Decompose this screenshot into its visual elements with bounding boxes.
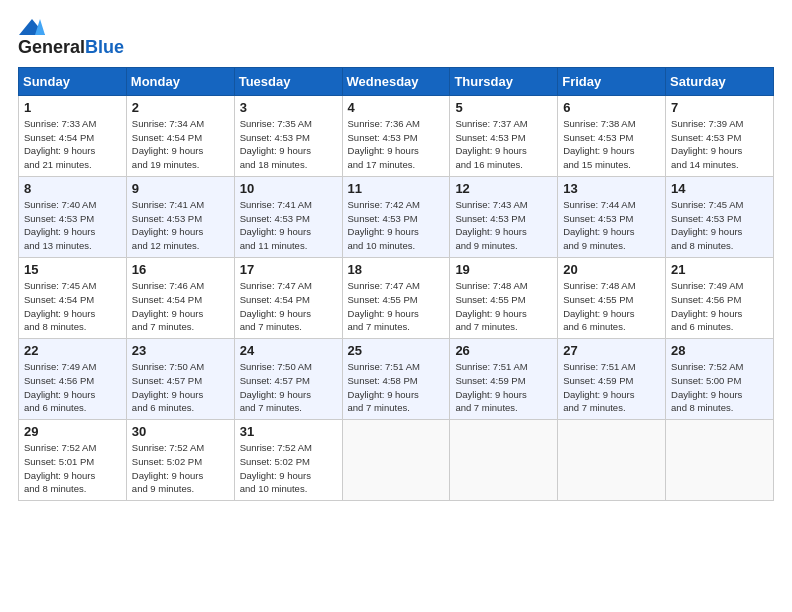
- day-cell-16: 16 Sunrise: 7:46 AM Sunset: 4:54 PM Dayl…: [126, 258, 234, 339]
- col-wednesday: Wednesday: [342, 67, 450, 95]
- day-number: 22: [24, 343, 121, 358]
- day-number: 6: [563, 100, 660, 115]
- day-info: Sunrise: 7:33 AM Sunset: 4:54 PM Dayligh…: [24, 117, 121, 172]
- col-tuesday: Tuesday: [234, 67, 342, 95]
- day-number: 3: [240, 100, 337, 115]
- col-friday: Friday: [558, 67, 666, 95]
- day-cell-20: 20 Sunrise: 7:48 AM Sunset: 4:55 PM Dayl…: [558, 258, 666, 339]
- day-number: 2: [132, 100, 229, 115]
- logo-text: GeneralBlue: [18, 38, 124, 57]
- day-info: Sunrise: 7:48 AM Sunset: 4:55 PM Dayligh…: [563, 279, 660, 334]
- day-number: 13: [563, 181, 660, 196]
- day-info: Sunrise: 7:48 AM Sunset: 4:55 PM Dayligh…: [455, 279, 552, 334]
- day-number: 20: [563, 262, 660, 277]
- day-cell-21: 21 Sunrise: 7:49 AM Sunset: 4:56 PM Dayl…: [666, 258, 774, 339]
- day-info: Sunrise: 7:52 AM Sunset: 5:02 PM Dayligh…: [240, 441, 337, 496]
- day-info: Sunrise: 7:50 AM Sunset: 4:57 PM Dayligh…: [240, 360, 337, 415]
- day-info: Sunrise: 7:46 AM Sunset: 4:54 PM Dayligh…: [132, 279, 229, 334]
- day-number: 1: [24, 100, 121, 115]
- calendar-row-3: 15 Sunrise: 7:45 AM Sunset: 4:54 PM Dayl…: [19, 258, 774, 339]
- day-number: 29: [24, 424, 121, 439]
- day-number: 31: [240, 424, 337, 439]
- day-cell-3: 3 Sunrise: 7:35 AM Sunset: 4:53 PM Dayli…: [234, 95, 342, 176]
- day-cell-2: 2 Sunrise: 7:34 AM Sunset: 4:54 PM Dayli…: [126, 95, 234, 176]
- calendar-table: Sunday Monday Tuesday Wednesday Thursday…: [18, 67, 774, 501]
- day-number: 8: [24, 181, 121, 196]
- day-cell-27: 27 Sunrise: 7:51 AM Sunset: 4:59 PM Dayl…: [558, 339, 666, 420]
- day-number: 27: [563, 343, 660, 358]
- day-info: Sunrise: 7:45 AM Sunset: 4:53 PM Dayligh…: [671, 198, 768, 253]
- day-number: 17: [240, 262, 337, 277]
- day-cell-10: 10 Sunrise: 7:41 AM Sunset: 4:53 PM Dayl…: [234, 176, 342, 257]
- day-cell-30: 30 Sunrise: 7:52 AM Sunset: 5:02 PM Dayl…: [126, 420, 234, 501]
- day-number: 12: [455, 181, 552, 196]
- logo-blue: Blue: [85, 37, 124, 57]
- day-info: Sunrise: 7:52 AM Sunset: 5:02 PM Dayligh…: [132, 441, 229, 496]
- empty-cell: [450, 420, 558, 501]
- day-number: 24: [240, 343, 337, 358]
- day-cell-11: 11 Sunrise: 7:42 AM Sunset: 4:53 PM Dayl…: [342, 176, 450, 257]
- day-info: Sunrise: 7:45 AM Sunset: 4:54 PM Dayligh…: [24, 279, 121, 334]
- col-sunday: Sunday: [19, 67, 127, 95]
- day-info: Sunrise: 7:49 AM Sunset: 4:56 PM Dayligh…: [24, 360, 121, 415]
- day-cell-17: 17 Sunrise: 7:47 AM Sunset: 4:54 PM Dayl…: [234, 258, 342, 339]
- day-number: 25: [348, 343, 445, 358]
- page: GeneralBlue Sunday Monday Tuesday Wednes…: [0, 0, 792, 612]
- calendar-row-4: 22 Sunrise: 7:49 AM Sunset: 4:56 PM Dayl…: [19, 339, 774, 420]
- day-cell-29: 29 Sunrise: 7:52 AM Sunset: 5:01 PM Dayl…: [19, 420, 127, 501]
- day-info: Sunrise: 7:42 AM Sunset: 4:53 PM Dayligh…: [348, 198, 445, 253]
- day-cell-26: 26 Sunrise: 7:51 AM Sunset: 4:59 PM Dayl…: [450, 339, 558, 420]
- day-number: 4: [348, 100, 445, 115]
- day-cell-25: 25 Sunrise: 7:51 AM Sunset: 4:58 PM Dayl…: [342, 339, 450, 420]
- day-info: Sunrise: 7:37 AM Sunset: 4:53 PM Dayligh…: [455, 117, 552, 172]
- day-number: 26: [455, 343, 552, 358]
- calendar-row-5: 29 Sunrise: 7:52 AM Sunset: 5:01 PM Dayl…: [19, 420, 774, 501]
- day-info: Sunrise: 7:43 AM Sunset: 4:53 PM Dayligh…: [455, 198, 552, 253]
- col-saturday: Saturday: [666, 67, 774, 95]
- day-info: Sunrise: 7:51 AM Sunset: 4:59 PM Dayligh…: [563, 360, 660, 415]
- day-cell-19: 19 Sunrise: 7:48 AM Sunset: 4:55 PM Dayl…: [450, 258, 558, 339]
- day-info: Sunrise: 7:49 AM Sunset: 4:56 PM Dayligh…: [671, 279, 768, 334]
- day-info: Sunrise: 7:36 AM Sunset: 4:53 PM Dayligh…: [348, 117, 445, 172]
- day-cell-23: 23 Sunrise: 7:50 AM Sunset: 4:57 PM Dayl…: [126, 339, 234, 420]
- day-info: Sunrise: 7:39 AM Sunset: 4:53 PM Dayligh…: [671, 117, 768, 172]
- empty-cell: [342, 420, 450, 501]
- day-number: 9: [132, 181, 229, 196]
- day-info: Sunrise: 7:51 AM Sunset: 4:59 PM Dayligh…: [455, 360, 552, 415]
- logo-icon: [18, 18, 46, 36]
- day-cell-9: 9 Sunrise: 7:41 AM Sunset: 4:53 PM Dayli…: [126, 176, 234, 257]
- day-info: Sunrise: 7:51 AM Sunset: 4:58 PM Dayligh…: [348, 360, 445, 415]
- col-monday: Monday: [126, 67, 234, 95]
- day-info: Sunrise: 7:41 AM Sunset: 4:53 PM Dayligh…: [240, 198, 337, 253]
- col-thursday: Thursday: [450, 67, 558, 95]
- day-cell-31: 31 Sunrise: 7:52 AM Sunset: 5:02 PM Dayl…: [234, 420, 342, 501]
- day-info: Sunrise: 7:34 AM Sunset: 4:54 PM Dayligh…: [132, 117, 229, 172]
- header: GeneralBlue: [18, 18, 774, 57]
- day-info: Sunrise: 7:35 AM Sunset: 4:53 PM Dayligh…: [240, 117, 337, 172]
- day-cell-13: 13 Sunrise: 7:44 AM Sunset: 4:53 PM Dayl…: [558, 176, 666, 257]
- day-number: 7: [671, 100, 768, 115]
- day-cell-1: 1 Sunrise: 7:33 AM Sunset: 4:54 PM Dayli…: [19, 95, 127, 176]
- day-info: Sunrise: 7:50 AM Sunset: 4:57 PM Dayligh…: [132, 360, 229, 415]
- day-number: 21: [671, 262, 768, 277]
- logo: GeneralBlue: [18, 18, 124, 57]
- day-cell-28: 28 Sunrise: 7:52 AM Sunset: 5:00 PM Dayl…: [666, 339, 774, 420]
- day-cell-15: 15 Sunrise: 7:45 AM Sunset: 4:54 PM Dayl…: [19, 258, 127, 339]
- day-cell-24: 24 Sunrise: 7:50 AM Sunset: 4:57 PM Dayl…: [234, 339, 342, 420]
- day-cell-6: 6 Sunrise: 7:38 AM Sunset: 4:53 PM Dayli…: [558, 95, 666, 176]
- calendar-row-1: 1 Sunrise: 7:33 AM Sunset: 4:54 PM Dayli…: [19, 95, 774, 176]
- weekday-header-row: Sunday Monday Tuesday Wednesday Thursday…: [19, 67, 774, 95]
- day-cell-18: 18 Sunrise: 7:47 AM Sunset: 4:55 PM Dayl…: [342, 258, 450, 339]
- day-number: 5: [455, 100, 552, 115]
- day-cell-4: 4 Sunrise: 7:36 AM Sunset: 4:53 PM Dayli…: [342, 95, 450, 176]
- day-info: Sunrise: 7:40 AM Sunset: 4:53 PM Dayligh…: [24, 198, 121, 253]
- day-info: Sunrise: 7:44 AM Sunset: 4:53 PM Dayligh…: [563, 198, 660, 253]
- day-number: 30: [132, 424, 229, 439]
- day-cell-7: 7 Sunrise: 7:39 AM Sunset: 4:53 PM Dayli…: [666, 95, 774, 176]
- day-info: Sunrise: 7:47 AM Sunset: 4:54 PM Dayligh…: [240, 279, 337, 334]
- logo-general: General: [18, 37, 85, 57]
- day-info: Sunrise: 7:52 AM Sunset: 5:00 PM Dayligh…: [671, 360, 768, 415]
- day-number: 28: [671, 343, 768, 358]
- day-number: 14: [671, 181, 768, 196]
- day-cell-14: 14 Sunrise: 7:45 AM Sunset: 4:53 PM Dayl…: [666, 176, 774, 257]
